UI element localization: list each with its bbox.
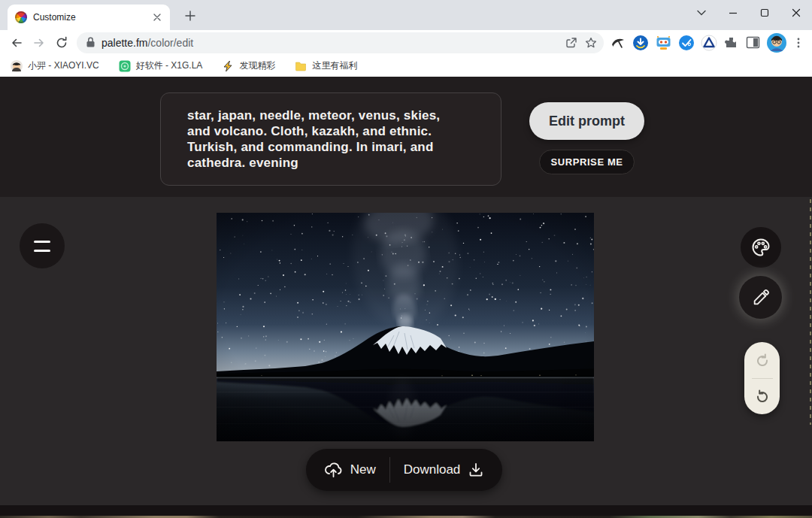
avatar-bookmark-icon (11, 60, 23, 72)
tab-search-chevron-icon[interactable] (686, 0, 717, 26)
address-bar[interactable]: palette.fm/color/edit (77, 32, 604, 53)
umbrella-extension-icon[interactable] (610, 35, 626, 51)
redo-button[interactable] (753, 351, 771, 369)
close-window-button[interactable] (780, 0, 812, 26)
history-divider (752, 378, 773, 379)
share-icon[interactable] (565, 36, 578, 50)
profile-avatar[interactable] (767, 33, 786, 53)
forward-button[interactable] (29, 32, 50, 53)
browser-toolbar: palette.fm/color/edit (0, 30, 812, 55)
new-image-button[interactable]: New (324, 462, 376, 478)
pencil-icon (751, 288, 771, 307)
bookmark-label: 发现精彩 (239, 59, 275, 72)
folder-bookmark-icon (295, 60, 307, 72)
url-domain: palette.fm (102, 37, 147, 49)
bookmark-label: 小羿 - XIAOYI.VC (28, 59, 99, 72)
undo-icon (755, 389, 770, 404)
minimize-button[interactable] (717, 0, 749, 26)
titlebar: Customize (0, 0, 812, 30)
browser-tab[interactable]: Customize (8, 5, 170, 30)
new-tab-button[interactable] (180, 6, 200, 26)
extensions-cluster (610, 33, 806, 53)
palette-editor: star, japan, needle, meteor, venus, skie… (0, 77, 812, 518)
prompt-text-line: star, japan, needle, meteor, venus, skie… (187, 108, 486, 123)
download-manager-extension-icon[interactable] (632, 35, 649, 51)
download-button[interactable]: Download (404, 462, 485, 478)
side-panel-icon[interactable] (745, 35, 761, 50)
action-divider (389, 457, 390, 483)
undo-button[interactable] (753, 387, 771, 405)
tab-title: Customize (33, 12, 144, 23)
surprise-me-button[interactable]: SURPRISE ME (539, 150, 635, 174)
edit-prompt-button[interactable]: Edit prompt (529, 102, 644, 140)
window-controls (686, 0, 812, 26)
check-circle-extension-icon[interactable] (678, 35, 695, 51)
bookmark-folder[interactable]: 这里有福利 (295, 59, 357, 72)
back-button[interactable] (6, 32, 27, 53)
redo-icon (755, 353, 770, 368)
bookmark-x1g[interactable]: 好软件 - X1G.LA (119, 59, 203, 72)
new-label: New (350, 462, 376, 477)
bookmark-label: 这里有福利 (312, 59, 357, 72)
lightning-bookmark-icon (222, 60, 234, 72)
history-controls (744, 342, 780, 414)
browser-menu-icon[interactable] (792, 37, 804, 49)
browser-window: Customize (0, 0, 812, 518)
bookmark-discover[interactable]: 发现精彩 (222, 59, 275, 72)
x1g-bookmark-icon (119, 60, 131, 72)
palette-tool-button[interactable] (741, 227, 781, 268)
reload-button[interactable] (51, 32, 72, 53)
url-path: /color/edit (147, 37, 193, 49)
download-label: Download (404, 462, 461, 477)
bottom-action-bar: New Download (306, 449, 502, 491)
tab-close-icon[interactable] (150, 11, 164, 24)
palette-favicon-icon (15, 11, 27, 23)
palette-icon (750, 237, 771, 258)
robot-extension-icon[interactable] (655, 35, 672, 51)
download-icon (468, 462, 484, 478)
prompt-box[interactable]: star, japan, needle, meteor, venus, skie… (160, 92, 501, 186)
maximize-button[interactable] (749, 0, 780, 26)
colorized-image[interactable] (217, 213, 594, 441)
url-text: palette.fm/color/edit (102, 37, 559, 49)
bookmark-label: 好软件 - X1G.LA (136, 59, 203, 72)
hamburger-icon (34, 241, 50, 243)
extensions-puzzle-icon[interactable] (723, 35, 739, 50)
bookmark-xiaoyi[interactable]: 小羿 - XIAOYI.VC (11, 59, 99, 72)
prompt-text-line: cathedra. evening (187, 155, 486, 171)
bookmark-star-icon[interactable] (584, 36, 598, 50)
bookmarks-bar: 小羿 - XIAOYI.VC 好软件 - X1G.LA 发现精彩 这里有福利 (0, 55, 812, 77)
bottom-dark-strip (0, 505, 812, 516)
pencil-tool-button[interactable] (739, 276, 782, 319)
upload-cloud-icon (324, 462, 343, 478)
prompt-text-line: Turkish, and commanding. In imari, and (187, 139, 486, 155)
edge-scrollbar[interactable] (810, 199, 811, 425)
cloud-drive-extension-icon[interactable] (701, 35, 717, 51)
vignette (217, 213, 594, 441)
lock-icon (86, 37, 95, 48)
menu-button[interactable] (20, 223, 65, 268)
prompt-text-line: and volcano. Cloth, kazakh, and ethnic. (187, 123, 486, 139)
